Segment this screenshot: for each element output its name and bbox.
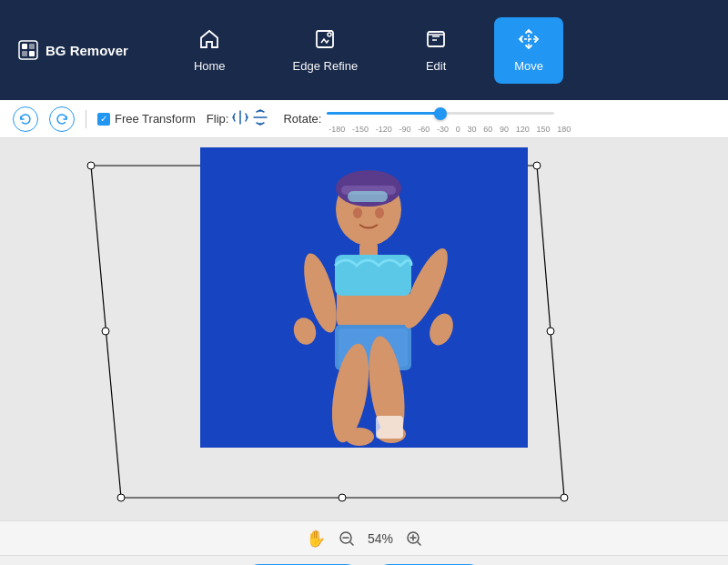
flip-vertical-button[interactable]	[252, 109, 268, 128]
app-brand: BG Remover	[18, 40, 128, 60]
action-bar: New Image Download	[0, 555, 728, 565]
flip-horizontal-button[interactable]	[232, 109, 248, 128]
svg-line-11	[91, 166, 121, 498]
rotate-label: Rotate:	[283, 112, 321, 126]
zoom-in-button[interactable]	[406, 530, 422, 547]
svg-rect-2	[29, 44, 35, 49]
undo-button[interactable]	[13, 106, 38, 132]
edit-icon	[425, 28, 447, 54]
svg-point-12	[87, 162, 95, 169]
edge-refine-icon	[314, 28, 336, 54]
svg-point-19	[547, 328, 554, 335]
nav-item-move[interactable]: Move	[494, 17, 563, 84]
nav-home-label: Home	[194, 59, 226, 73]
svg-rect-39	[376, 416, 403, 439]
flip-section: Flip:	[207, 109, 269, 128]
svg-rect-23	[348, 191, 388, 202]
rotate-thumb[interactable]	[434, 107, 447, 120]
free-transform-label: Free Transform	[115, 112, 196, 126]
nav-edit-label: Edit	[426, 59, 446, 73]
rotate-slider[interactable]	[327, 105, 554, 123]
svg-point-6	[328, 33, 331, 36]
nav-edge-refine-label: Edge Refine	[293, 59, 359, 73]
svg-rect-0	[19, 41, 37, 59]
svg-point-17	[339, 494, 346, 501]
rotate-section: Rotate: -180 -150 -120 -90 -60 -30 0 30 …	[283, 105, 572, 134]
svg-point-14	[561, 494, 568, 501]
header: BG Remover Home Edge Refine E	[0, 0, 728, 100]
svg-point-34	[426, 310, 458, 348]
redo-button[interactable]	[49, 106, 75, 132]
canvas-image	[200, 147, 528, 448]
canvas-area	[0, 138, 728, 520]
svg-point-33	[291, 315, 319, 347]
nav-item-edit[interactable]: Edit	[405, 17, 467, 84]
move-icon	[518, 28, 540, 54]
nav-item-home[interactable]: Home	[174, 17, 246, 84]
app-title: BG Remover	[46, 43, 128, 58]
free-transform-checkbox[interactable]: ✓	[97, 113, 110, 126]
child-figure	[200, 147, 528, 448]
nav-item-edge-refine[interactable]: Edge Refine	[273, 17, 379, 84]
svg-point-18	[102, 328, 109, 335]
brand-icon	[18, 40, 38, 60]
svg-rect-4	[29, 51, 35, 56]
svg-point-24	[353, 207, 362, 218]
svg-point-13	[533, 162, 541, 169]
zoom-percent: 54%	[368, 531, 393, 546]
svg-point-25	[375, 207, 384, 218]
toolbar-divider-1	[86, 110, 86, 128]
home-icon	[198, 28, 220, 54]
svg-rect-1	[22, 44, 27, 49]
zoom-out-button[interactable]	[339, 530, 355, 547]
hand-tool-icon[interactable]: ✋	[306, 529, 326, 549]
toolbar: ✓ Free Transform Flip: Rotate:	[0, 100, 728, 138]
svg-point-15	[117, 494, 125, 501]
nav-move-label: Move	[514, 59, 543, 73]
zoom-bar: ✋ 54%	[0, 520, 728, 555]
svg-line-9	[537, 166, 564, 498]
svg-rect-3	[22, 51, 27, 56]
flip-label: Flip:	[207, 112, 229, 126]
free-transform-toggle[interactable]: ✓ Free Transform	[97, 112, 196, 126]
svg-point-37	[345, 428, 374, 446]
